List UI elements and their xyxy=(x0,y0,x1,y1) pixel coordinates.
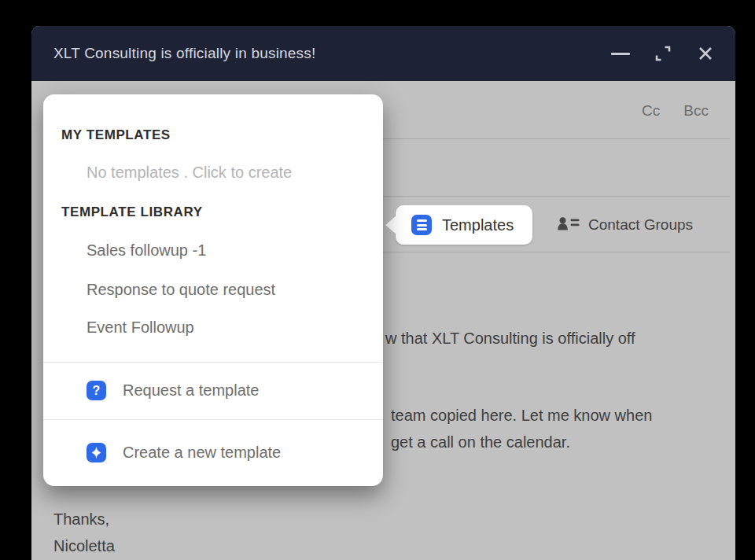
request-template-button[interactable]: ? Request a template xyxy=(43,362,383,419)
templates-button[interactable]: Templates xyxy=(396,205,532,245)
cc-bcc-toggles: Cc Bcc xyxy=(642,102,709,120)
expand-button[interactable] xyxy=(654,44,672,63)
expand-icon xyxy=(654,45,672,62)
create-template-label: Create a new template xyxy=(123,444,281,462)
template-item-event-followup[interactable]: Event Followup xyxy=(87,319,194,337)
email-body-line: team copied here. Let me know when xyxy=(391,407,652,425)
template-item-response-to-quote[interactable]: Response to quote request xyxy=(87,281,275,299)
page: XLT Consulting is officially in business… xyxy=(0,0,755,560)
close-button[interactable] xyxy=(696,44,715,63)
window-controls xyxy=(611,44,715,63)
no-templates-message[interactable]: No templates . Click to create xyxy=(87,164,292,182)
my-templates-heading: MY TEMPLATES xyxy=(61,127,171,143)
bcc-toggle[interactable]: Bcc xyxy=(683,102,709,120)
person-list-icon xyxy=(557,216,580,234)
signature-line: Nicoletta xyxy=(53,532,115,559)
sparkle-plus-icon xyxy=(87,443,106,462)
email-signature: Thanks, Nicoletta xyxy=(53,506,115,559)
templates-button-label: Templates xyxy=(442,216,514,234)
cc-toggle[interactable]: Cc xyxy=(642,102,660,120)
popover-pointer-arrow xyxy=(385,216,396,234)
template-library-heading: TEMPLATE LIBRARY xyxy=(61,204,203,220)
email-body-line: get a call on the calendar. xyxy=(391,433,570,451)
templates-popover: MY TEMPLATES No templates . Click to cre… xyxy=(43,94,383,486)
contact-groups-button[interactable]: Contact Groups xyxy=(557,214,693,236)
create-template-button[interactable]: Create a new template xyxy=(43,419,383,486)
minimize-button[interactable] xyxy=(611,44,630,63)
request-template-label: Request a template xyxy=(123,381,259,400)
signature-line: Thanks, xyxy=(53,506,115,532)
minimize-icon xyxy=(611,53,630,55)
close-icon xyxy=(698,46,713,61)
compose-subject-title: XLT Consulting is officially in business… xyxy=(53,45,611,62)
template-item-sales-followup[interactable]: Sales followup -1 xyxy=(87,241,206,260)
compose-titlebar[interactable]: XLT Consulting is officially in business… xyxy=(31,26,735,81)
document-lines-icon xyxy=(411,215,432,235)
contact-groups-label: Contact Groups xyxy=(588,216,693,234)
question-mark-icon: ? xyxy=(87,381,106,400)
email-body-line: w that XLT Consulting is officially off xyxy=(385,330,635,348)
